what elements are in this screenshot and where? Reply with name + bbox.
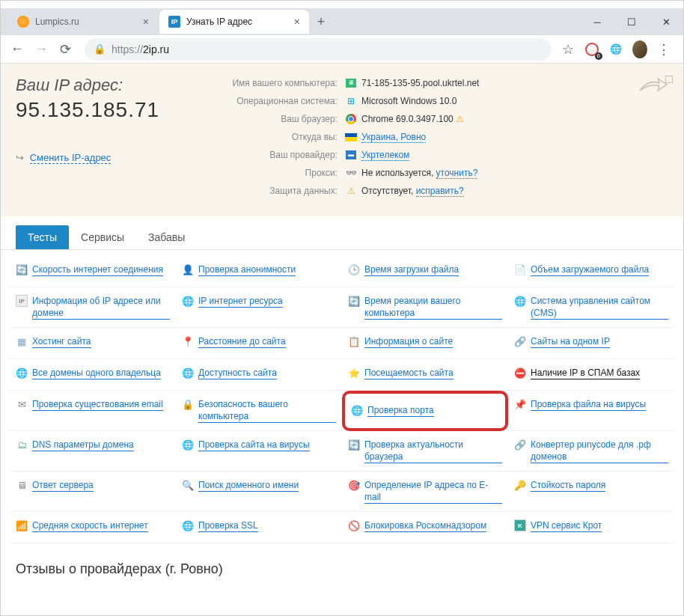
service-link[interactable]: Конвертер punycode для .рф доменов (531, 439, 668, 463)
service-icon: 🖥 (16, 479, 28, 491)
service-icon: 🔗 (514, 439, 526, 451)
tab-bar: Lumpics.ru × IP Узнать IP адрес × + ─ ☐ … (1, 8, 683, 35)
service-link[interactable]: Блокировка Роскомнадзором (364, 519, 486, 532)
detail-label: Имя вашего компьютера: (210, 76, 345, 91)
service-icon: 📌 (514, 398, 526, 410)
service-link[interactable]: Информация об IP адресе или домене (32, 295, 170, 320)
glasses-icon: 👓 (345, 167, 357, 179)
service-cell: ⛔Наличие IP в СПАМ базах (508, 359, 674, 391)
service-link[interactable]: Доступность сайта (198, 367, 277, 379)
favicon (17, 16, 29, 28)
menu-icon[interactable]: ⋮ (656, 42, 671, 57)
service-cell: 📄Объем загружаемого файла (508, 256, 674, 287)
service-link[interactable]: Система управления сайтом (CMS) (531, 295, 668, 320)
service-link[interactable]: Ответ сервера (32, 479, 94, 492)
service-icon: 🔄 (348, 295, 360, 307)
service-link[interactable]: Проверка сайта на вирусы (198, 439, 310, 451)
service-link[interactable]: Время реакции вашего компьютера (364, 295, 502, 320)
back-button[interactable]: ← (7, 39, 28, 60)
services-grid: 🔄Скорость интернет соединения👤Проверка а… (1, 250, 683, 549)
service-link[interactable]: Все домены одного владельца (32, 367, 161, 379)
close-icon[interactable]: × (143, 16, 149, 28)
service-link[interactable]: IP интернет ресурса (198, 295, 283, 308)
service-link[interactable]: Проверка существования email (32, 398, 163, 411)
detail-link[interactable]: уточнить? (436, 168, 478, 179)
address-bar[interactable]: 🔒 https://2ip.ru (85, 38, 552, 61)
detail-value: Не используется, уточнить? (361, 165, 477, 180)
ip-address: 95.135.185.71 (16, 98, 210, 122)
service-link[interactable]: Объем загружаемого файла (531, 263, 649, 276)
nav-tab-забавы[interactable]: Забавы (136, 225, 197, 249)
service-cell: 🔄Проверка актуальности браузера (342, 431, 508, 472)
service-cell: 📋Информация о сайте (342, 328, 508, 359)
service-link[interactable]: Информация о сайте (364, 335, 453, 348)
service-cell: ⭐Посещаемость сайта (342, 359, 508, 391)
service-link[interactable]: Наличие IP в СПАМ базах (531, 367, 640, 379)
service-cell: IPИнформация об IP адресе или домене (10, 287, 176, 328)
service-link[interactable]: Скорость интернет соединения (32, 263, 163, 276)
service-icon: ⭐ (348, 367, 360, 379)
browser-tab-lumpics[interactable]: Lumpics.ru × (8, 10, 158, 34)
profile-avatar[interactable] (632, 42, 647, 57)
lock-icon: 🔒 (94, 43, 106, 55)
service-link[interactable]: Проверка файла на вирусы (531, 398, 646, 411)
forward-button[interactable]: → (31, 39, 52, 60)
service-link[interactable]: Безопасность вашего компьютера (198, 398, 336, 423)
service-link[interactable]: Стойкость пароля (531, 479, 605, 492)
service-link[interactable]: Посещаемость сайта (364, 367, 454, 379)
browser-tab-2ip[interactable]: IP Узнать IP адрес × (159, 10, 309, 34)
service-cell: 🔗Сайты на одном IP (508, 328, 674, 359)
globe-extension-icon[interactable]: 🌐 (608, 42, 623, 57)
service-icon: ⛔ (514, 367, 526, 379)
service-link[interactable]: Средняя скорость интернет (32, 519, 148, 532)
service-icon: ✉ (16, 398, 28, 410)
service-cell: 🔒Безопасность вашего компьютера (176, 391, 342, 431)
service-icon: ▦ (16, 335, 28, 347)
service-link[interactable]: Время загрузки файла (364, 263, 459, 276)
star-icon[interactable]: ☆ (561, 42, 575, 57)
service-cell: 🌐Все домены одного владельца (10, 359, 176, 391)
new-tab-button[interactable]: + (311, 11, 332, 32)
window-close[interactable]: ✕ (649, 8, 683, 35)
url-text: https://2ip.ru (112, 43, 169, 55)
service-icon: IP (16, 295, 28, 307)
detail-link[interactable]: исправить? (416, 186, 464, 197)
warn-icon: ⚠ (456, 114, 464, 124)
service-link[interactable]: Определение IP адреса по E-mail (364, 479, 502, 504)
detail-value: Украина, Ровно (361, 129, 426, 144)
change-ip-link[interactable]: Сменить IP-адрес (30, 152, 112, 164)
service-link[interactable]: Расстояние до сайта (198, 335, 286, 348)
service-cell: 🔄Скорость интернет соединения (10, 256, 176, 287)
service-cell: 🖥Ответ сервера (10, 472, 176, 512)
window-minimize[interactable]: ─ (580, 8, 614, 35)
service-link[interactable]: VPN сервис Крот (531, 519, 602, 532)
service-cell: 🌐IP интернет ресурса (176, 287, 342, 328)
reload-button[interactable]: ⟳ (55, 39, 76, 60)
opera-extension-icon[interactable]: 6 (584, 42, 599, 57)
service-link[interactable]: Проверка SSL (198, 519, 258, 532)
service-link[interactable]: Проверка анонимности (198, 263, 296, 276)
close-icon[interactable]: × (294, 16, 300, 28)
detail-link[interactable]: Украина, Ровно (361, 132, 426, 143)
detail-link[interactable]: Укртелеком (361, 150, 409, 161)
service-icon: K (514, 519, 526, 531)
nav-tab-тесты[interactable]: Тесты (16, 225, 69, 249)
service-link[interactable]: Проверка порта (367, 404, 434, 417)
warn-icon: ⚠ (345, 185, 357, 197)
service-link[interactable]: DNS параметры домена (32, 439, 134, 451)
browser-toolbar: ← → ⟳ 🔒 https://2ip.ru ☆ 6 🌐 ⋮ (1, 35, 683, 64)
service-cell: 🕒Время загрузки файла (342, 256, 508, 287)
detail-row: Откуда вы:Украина, Ровно (210, 129, 668, 144)
service-link[interactable]: Поиск доменного имени (198, 479, 299, 492)
change-ip-icon: ↪ (16, 152, 24, 163)
service-icon: 🔗 (514, 335, 526, 347)
service-cell: 🔑Стойкость пароля (508, 472, 674, 512)
share-icon[interactable] (638, 76, 668, 94)
service-link[interactable]: Сайты на одном IP (531, 335, 610, 348)
service-icon: 🔍 (182, 479, 194, 491)
service-link[interactable]: Хостинг сайта (32, 335, 91, 348)
nav-tab-сервисы[interactable]: Сервисы (69, 225, 136, 249)
service-link[interactable]: Проверка актуальности браузера (364, 439, 502, 463)
detail-row: Ваш провайдер:▬Укртелеком (210, 147, 668, 162)
window-maximize[interactable]: ☐ (614, 8, 649, 35)
